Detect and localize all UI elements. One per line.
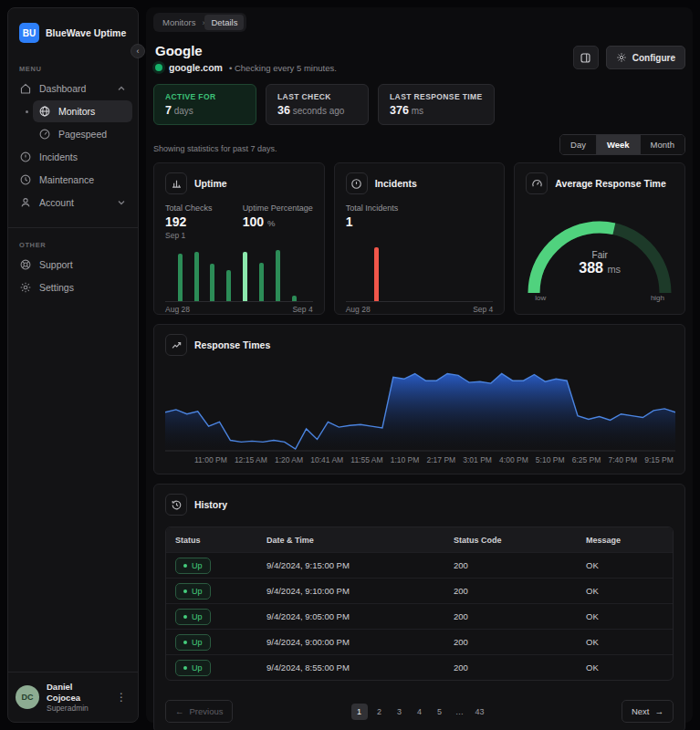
bar-chart-icon	[165, 172, 187, 194]
next-page-button[interactable]: Next →	[622, 700, 674, 723]
avatar: DC	[16, 685, 39, 709]
response-times-ticks: 11:00 PM12:15 AM1:20 AM10:41 AM11:55 AM1…	[165, 455, 674, 464]
sidebar-collapse-button[interactable]: ‹	[131, 44, 145, 58]
status-badge: Up	[175, 634, 211, 651]
bar-sep-1[interactable]	[243, 252, 247, 301]
arrow-left-icon: ←	[175, 706, 184, 716]
row-datetime: 9/4/2024, 9:15:00 PM	[266, 560, 454, 570]
main-content: Monitors › Details Google google.com • C…	[146, 7, 693, 723]
up-dot-icon	[183, 615, 187, 619]
bar-aug-30[interactable]	[210, 264, 214, 301]
page-number-5[interactable]: 5	[432, 704, 448, 720]
range-option-week[interactable]: Week	[596, 135, 640, 154]
sidebar-item-incidents[interactable]: Incidents	[14, 146, 132, 168]
user-menu-kebab-icon[interactable]: ⋮	[112, 689, 131, 705]
uptime-hover-label: Sep 1	[165, 231, 313, 240]
sidebar-item-monitors[interactable]: Monitors	[33, 100, 132, 122]
x-tick-label: 10:41 AM	[310, 455, 343, 464]
response-times-chart[interactable]	[165, 363, 674, 452]
configure-button[interactable]: Configure	[606, 46, 685, 69]
row-status-code: 200	[454, 637, 586, 647]
bar-sep-3[interactable]	[276, 250, 280, 301]
page-number-4[interactable]: 4	[412, 704, 428, 720]
stat-label: LAST RESPONSE TIME	[390, 92, 483, 101]
row-message: OK	[586, 560, 663, 570]
sidebar-item-account[interactable]: Account	[14, 192, 132, 214]
row-status-code: 200	[454, 586, 586, 596]
response-times-title: Response Times	[194, 339, 270, 350]
stat-value: 7 days	[165, 104, 245, 117]
bar-aug-29[interactable]	[374, 247, 379, 301]
row-message: OK	[586, 586, 663, 596]
page-number-1[interactable]: 1	[351, 704, 368, 720]
clock-icon	[19, 173, 32, 186]
sidebar-item-label: Maintenance	[39, 174, 94, 185]
previous-page-button[interactable]: ← Previous	[165, 700, 233, 723]
sidebar-item-label: Support	[39, 259, 73, 270]
uptime-card: Uptime Total Checks 192 Uptime Percentag…	[153, 162, 325, 315]
gauge-rating-label: Fair	[526, 250, 674, 260]
app-logo-icon: BU	[19, 23, 39, 43]
bar-aug-29[interactable]	[194, 252, 199, 301]
history-table-header: StatusDate & TimeStatus CodeMessage	[166, 527, 673, 552]
monitor-url: google.com	[169, 62, 223, 73]
sidebar-item-label: Dashboard	[39, 83, 86, 94]
history-card: History StatusDate & TimeStatus CodeMess…	[153, 484, 685, 730]
row-message: OK	[586, 662, 663, 673]
table-row: Up9/4/2024, 9:00:00 PM200OK	[166, 629, 673, 654]
x-tick-label: 11:00 PM	[194, 455, 227, 464]
sidebar-item-dashboard[interactable]: Dashboard	[14, 78, 132, 99]
x-tick-label: 12:15 AM	[235, 455, 267, 464]
sidebar-item-maintenance[interactable]: Maintenance	[14, 169, 132, 191]
pagination: ← Previous 12345…43 Next →	[165, 700, 674, 723]
sidebar-item-settings[interactable]: Settings	[14, 276, 132, 298]
stat-label: LAST CHECK	[277, 92, 357, 101]
column-header: Message	[586, 536, 663, 545]
caption-row: Showing statistics for past 7 days. DayW…	[153, 134, 685, 155]
stats-caption: Showing statistics for past 7 days.	[153, 144, 277, 153]
home-icon	[19, 82, 32, 95]
bar-sep-4[interactable]	[292, 296, 297, 302]
row-status-code: 200	[454, 560, 586, 570]
table-row: Up9/4/2024, 9:10:00 PM200OK	[166, 578, 673, 603]
sidebar-item-label: Monitors	[58, 106, 95, 117]
x-tick-label: 4:00 PM	[499, 455, 528, 464]
column-header: Date & Time	[266, 536, 454, 545]
sidebar-item-label: Incidents	[39, 151, 78, 162]
page-number-3[interactable]: 3	[392, 704, 408, 720]
bar-aug-28[interactable]	[178, 254, 183, 301]
bar-sep-2[interactable]	[259, 263, 264, 301]
stat-card-active-for: ACTIVE FOR7 days	[153, 84, 256, 125]
header-actions: Configure	[573, 46, 685, 69]
sidebar-section-menu: MENU	[8, 52, 138, 77]
breadcrumb-monitors[interactable]: Monitors	[156, 15, 202, 30]
status-badge: Up	[175, 660, 211, 676]
column-header: Status Code	[454, 536, 586, 545]
stat-value: 376 ms	[390, 104, 483, 117]
page-number-43[interactable]: 43	[472, 704, 488, 720]
sidebar-item-support[interactable]: Support	[14, 254, 132, 276]
up-dot-icon	[183, 589, 187, 593]
breadcrumb-details[interactable]: Details	[204, 15, 244, 30]
app-logo: BU BlueWave Uptime	[8, 8, 138, 52]
sidebar-item-pagespeed[interactable]: Pagespeed	[33, 123, 132, 145]
gauge-icon	[526, 172, 548, 194]
table-row: Up9/4/2024, 9:15:00 PM200OK	[166, 552, 673, 578]
uptime-bar-chart[interactable]	[165, 242, 313, 302]
sidebar-section-other: OTHER	[8, 228, 138, 253]
page-ellipsis: …	[452, 704, 468, 720]
support-icon	[19, 258, 32, 271]
uptime-axis-end: Sep 4	[292, 305, 312, 314]
status-badge: Up	[175, 609, 211, 625]
alert-circle-icon	[19, 151, 32, 163]
bar-aug-31[interactable]	[226, 270, 231, 301]
status-badge: Up	[175, 558, 211, 574]
range-option-day[interactable]: Day	[560, 135, 596, 154]
pause-monitor-button[interactable]	[573, 46, 599, 69]
status-badge: Up	[175, 583, 211, 600]
range-option-month[interactable]: Month	[640, 135, 684, 154]
page-number-2[interactable]: 2	[371, 704, 388, 720]
column-header: Status	[175, 536, 266, 545]
incidents-card-title: Incidents	[375, 178, 417, 189]
incidents-bar-chart[interactable]	[346, 242, 494, 302]
